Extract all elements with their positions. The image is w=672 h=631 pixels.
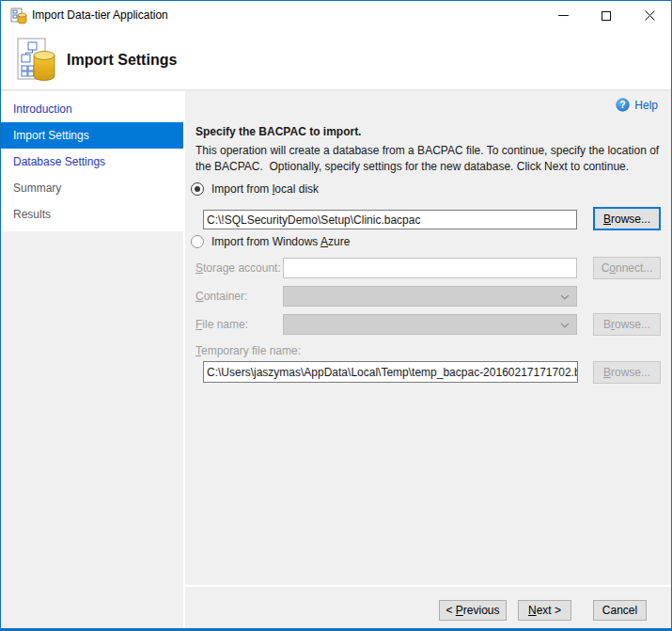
container-combobox (283, 286, 577, 307)
help-label: Help (634, 99, 658, 112)
azure-radio-row: Import from Windows Azure (191, 235, 350, 248)
local-disk-radio-label: Import from local disk (211, 182, 319, 196)
file-name-label: File name: (195, 318, 248, 331)
next-button[interactable]: Next > (518, 600, 571, 621)
wizard-body: Introduction Import Settings Database Se… (1, 91, 671, 628)
local-disk-radio-row: Import from local disk (191, 182, 319, 196)
chevron-down-icon (560, 323, 570, 328)
app-icon (10, 8, 27, 24)
close-button[interactable] (628, 1, 671, 30)
footer-separator (185, 585, 671, 587)
previous-label: < Previous (445, 604, 499, 617)
cancel-button[interactable]: Cancel (593, 600, 647, 621)
browse-file-button: Browse... (593, 313, 661, 336)
nav-item-introduction[interactable]: Introduction (1, 96, 183, 122)
container-label: Container: (195, 290, 247, 303)
local-path-value: C:\!SQLSecurityDemo\Setup\Clinic.bacpac (207, 213, 420, 227)
browse-temp-button: Browse... (593, 361, 661, 384)
storage-account-input (283, 258, 577, 278)
svg-text:?: ? (620, 100, 626, 110)
wizard-header: Import Settings (1, 30, 671, 90)
wizard-steps-nav: Introduction Import Settings Database Se… (1, 91, 183, 231)
section-description: This operation will create a database fr… (195, 143, 659, 175)
window-title: Import Data-tier Application (32, 1, 168, 30)
temp-file-input[interactable]: C:\Users\jaszymas\AppData\Local\Temp\tem… (203, 361, 578, 383)
import-dac-icon (13, 38, 58, 83)
main-panel: ? Help Specify the BACPAC to import. Thi… (185, 91, 671, 628)
nav-item-import-settings[interactable]: Import Settings (1, 122, 183, 149)
azure-radio[interactable] (191, 235, 204, 248)
storage-account-label: Storage account: (195, 261, 281, 275)
browse-temp-label: Browse... (603, 366, 650, 379)
next-label: Next > (528, 604, 561, 617)
connect-label: Connect... (602, 261, 653, 275)
maximize-button[interactable] (585, 1, 628, 30)
help-icon: ? (616, 98, 630, 112)
nav-item-summary: Summary (1, 175, 183, 201)
local-path-input[interactable]: C:\!SQLSecurityDemo\Setup\Clinic.bacpac (203, 210, 577, 229)
import-dac-window: Import Data-tier Application (0, 0, 672, 631)
connect-button: Connect... (593, 257, 661, 279)
temp-file-value: C:\Users\jaszymas\AppData\Local\Temp\tem… (207, 366, 578, 379)
temp-file-label: Temporary file name: (195, 344, 301, 357)
help-link[interactable]: ? Help (616, 98, 658, 112)
cancel-label: Cancel (602, 604, 637, 617)
previous-button[interactable]: < Previous (439, 600, 507, 621)
titlebar: Import Data-tier Application (1, 1, 671, 30)
minimize-button[interactable] (541, 1, 585, 30)
chevron-down-icon (560, 294, 570, 300)
section-heading: Specify the BACPAC to import. (195, 125, 361, 138)
browse-file-label: Browse... (603, 318, 650, 331)
local-disk-radio[interactable] (191, 182, 204, 196)
browse-local-button[interactable]: Browse... (593, 207, 661, 230)
page-title: Import Settings (67, 30, 177, 89)
azure-radio-label: Import from Windows Azure (211, 235, 350, 248)
browse-local-label: Browse... (603, 213, 650, 226)
file-name-combobox (283, 314, 577, 335)
nav-item-results: Results (1, 201, 183, 228)
nav-item-database-settings[interactable]: Database Settings (1, 149, 183, 175)
